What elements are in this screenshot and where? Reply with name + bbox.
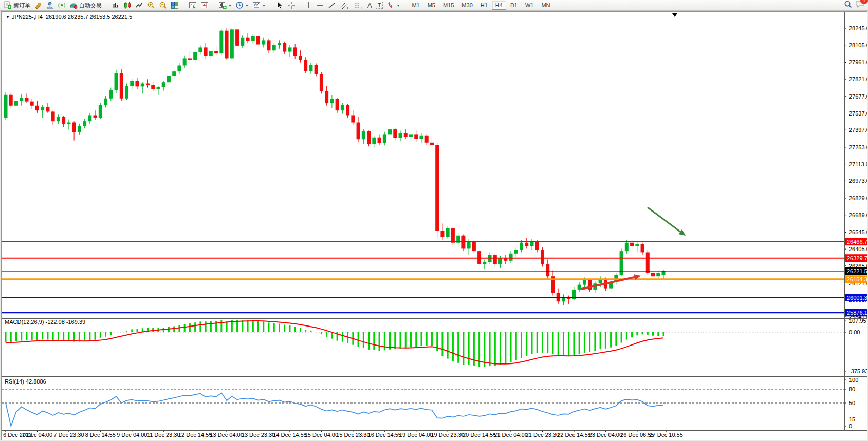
- svg-text:26466.7: 26466.7: [847, 239, 867, 245]
- main-toolbar: 新订单 自动交易 ▼ ▼ ▼ E F A T ▼ M1 M5 M15 M30 H…: [0, 0, 868, 11]
- rsi-layer: [2, 389, 844, 426]
- community-button[interactable]: [44, 1, 56, 10]
- svg-text:15 Dec 23:30: 15 Dec 23:30: [336, 432, 370, 438]
- toolbar-separator: [212, 2, 215, 9]
- fibonacci-icon: [354, 1, 362, 9]
- rsi-pane[interactable]: [2, 389, 844, 426]
- svg-text:27397.0: 27397.0: [849, 127, 867, 133]
- macd-pane[interactable]: [2, 320, 844, 367]
- price-axis[interactable]: 28245.028105.027961.027821.027677.027537…: [844, 25, 867, 429]
- horizontal-lines-layer[interactable]: [2, 242, 844, 313]
- chart-window[interactable]: ▼JPN225-,H4 26190.6 26235.7 26153.5 2622…: [1, 11, 867, 440]
- timeframe-m15[interactable]: M15: [439, 1, 457, 10]
- svg-text:26001.3: 26001.3: [847, 295, 867, 301]
- trendline-tool[interactable]: [326, 1, 338, 10]
- shift-marker-layer: [672, 13, 677, 17]
- text-tool[interactable]: A: [366, 1, 374, 10]
- svg-text:27 Dec 10:55: 27 Dec 10:55: [649, 432, 682, 438]
- arrow-objects-layer[interactable]: [581, 207, 686, 289]
- collapse-triangle-icon[interactable]: ▼: [6, 15, 10, 20]
- text-tool-icon: A: [367, 2, 372, 9]
- chart-canvas[interactable]: 28245.028105.027961.027821.027677.027537…: [2, 12, 867, 440]
- bar-chart-icon: [112, 1, 120, 9]
- zoom-in-button[interactable]: [145, 1, 157, 10]
- toolbar-separator: [182, 2, 185, 9]
- date-axis[interactable]: 6 Dec 20227 Dec 04:007 Dec 23:308 Dec 14…: [3, 430, 683, 438]
- toolbar-separator: [403, 2, 406, 9]
- chart-shift-button[interactable]: [199, 1, 210, 10]
- candlestick-type-button[interactable]: [122, 1, 133, 10]
- notifications-button[interactable]: 1: [856, 0, 865, 10]
- svg-text:27677.0: 27677.0: [849, 93, 867, 100]
- svg-text:28105.0: 28105.0: [849, 42, 867, 48]
- svg-text:-375.93: -375.93: [849, 368, 867, 374]
- template-icon: [252, 1, 261, 9]
- timeframe-mn[interactable]: MN: [538, 1, 553, 10]
- clock-icon: [235, 1, 244, 9]
- templates-dropdown[interactable]: ▼: [251, 1, 267, 10]
- new-chart-dropdown[interactable]: ▼: [217, 1, 233, 10]
- new-order-icon: [4, 1, 12, 9]
- candles-layer: [4, 28, 666, 305]
- bar-chart-type-button[interactable]: [110, 1, 121, 10]
- channel-letter: E: [347, 6, 350, 10]
- chevron-down-icon: ▼: [228, 4, 232, 7]
- toolbar-separator: [269, 2, 272, 9]
- svg-text:11 Dec 23:30: 11 Dec 23:30: [147, 432, 180, 438]
- svg-text:15: 15: [849, 416, 855, 423]
- chevron-down-icon: ▼: [396, 4, 400, 7]
- timeframe-m1[interactable]: M1: [408, 1, 423, 10]
- main-pane[interactable]: [2, 13, 844, 313]
- svg-text:13 Dec 23:30: 13 Dec 23:30: [242, 432, 275, 438]
- crosshair-icon: [287, 1, 296, 9]
- timeframe-d1[interactable]: D1: [507, 1, 521, 10]
- timeframe-m5[interactable]: M5: [424, 1, 439, 10]
- tile-windows-icon: [171, 1, 179, 9]
- timeframe-m30[interactable]: M30: [458, 1, 476, 10]
- line-chart-type-button[interactable]: [134, 1, 145, 10]
- crosshair-tool-button[interactable]: [286, 1, 297, 10]
- tile-windows-button[interactable]: [169, 1, 180, 10]
- equidistant-channel-tool[interactable]: E: [338, 1, 352, 10]
- svg-text:7 Dec 04:00: 7 Dec 04:00: [22, 432, 52, 438]
- svg-text:15 Dec 04:00: 15 Dec 04:00: [305, 432, 338, 438]
- svg-text:26829.0: 26829.0: [849, 195, 867, 201]
- svg-text:19 Dec 04:00: 19 Dec 04:00: [399, 432, 433, 438]
- text-label-tool[interactable]: T: [374, 1, 385, 10]
- person-icon: [46, 1, 54, 9]
- svg-text:27253.0: 27253.0: [849, 144, 867, 150]
- cursor-icon: [275, 1, 284, 9]
- svg-text:7 Dec 23:30: 7 Dec 23:30: [53, 432, 84, 438]
- timeframe-w1[interactable]: W1: [522, 1, 538, 10]
- horizontal-line-tool[interactable]: [315, 1, 326, 10]
- search-icon[interactable]: [844, 0, 853, 11]
- timeframe-h1[interactable]: H1: [477, 1, 491, 10]
- cursor-tool-button[interactable]: [274, 1, 285, 10]
- new-order-button[interactable]: 新订单: [2, 1, 32, 10]
- auto-scroll-button[interactable]: [187, 1, 198, 10]
- svg-text:28245.0: 28245.0: [849, 25, 867, 31]
- svg-text:21 Dec 04:00: 21 Dec 04:00: [494, 432, 527, 438]
- arrows-dropdown[interactable]: ▼: [385, 1, 401, 10]
- vertical-line-tool[interactable]: [304, 1, 314, 10]
- svg-text:26154.3: 26154.3: [847, 276, 867, 282]
- zoom-out-icon: [159, 1, 167, 9]
- svg-text:26405.0: 26405.0: [849, 246, 867, 252]
- vertical-line-icon: [305, 1, 312, 9]
- signals-button[interactable]: [56, 1, 67, 10]
- svg-text:0: 0: [849, 423, 852, 429]
- chevron-down-icon: ▼: [262, 4, 266, 7]
- zoom-in-icon: [147, 1, 155, 9]
- signal-icon: [58, 1, 66, 9]
- auto-trading-button[interactable]: 自动交易: [68, 1, 103, 10]
- text-label-icon: T: [376, 2, 383, 9]
- fibonacci-tool[interactable]: F: [352, 1, 365, 10]
- svg-text:26973.0: 26973.0: [849, 178, 867, 184]
- metaeditor-button[interactable]: [32, 1, 44, 10]
- timeframe-h4[interactable]: H4: [492, 1, 506, 10]
- chart-title: ▼JPN225-,H4 26190.6 26235.7 26153.5 2622…: [6, 14, 132, 20]
- period-dropdown[interactable]: ▼: [234, 1, 250, 10]
- zoom-out-button[interactable]: [157, 1, 169, 10]
- toolbar-separator: [105, 2, 108, 9]
- svg-text:22 Dec 14:55: 22 Dec 14:55: [557, 432, 590, 438]
